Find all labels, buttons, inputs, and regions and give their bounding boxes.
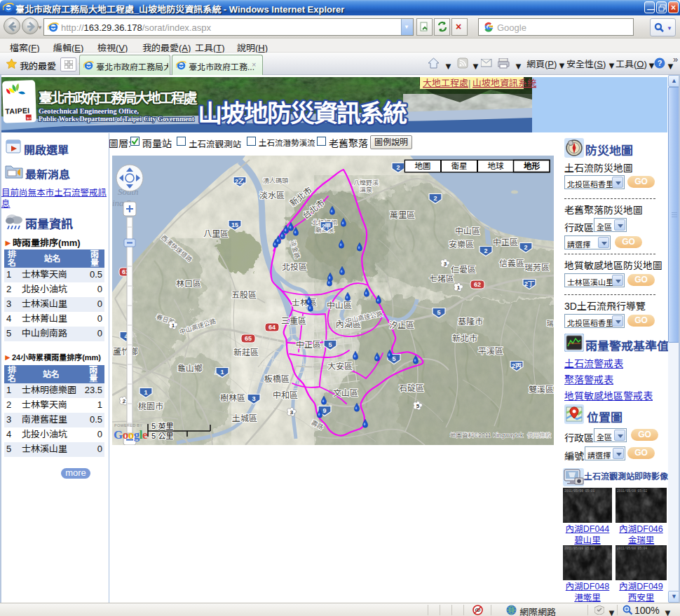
svg-text:新莊區: 新莊區: [233, 348, 259, 357]
svg-text:北投區: 北投區: [282, 262, 307, 272]
svg-text:2011/05/08 05:03: 2011/05/08 05:03: [564, 547, 595, 550]
svg-text:3: 3: [444, 261, 447, 267]
svg-text:龜山鄉: 龜山鄉: [177, 364, 203, 374]
svg-text:樹林區: 樹林區: [220, 393, 245, 403]
svg-text:9: 9: [322, 407, 326, 414]
svg-text:平溪區: 平溪區: [478, 346, 503, 356]
svg-text:溫泉: 溫泉: [360, 186, 372, 193]
svg-text:基隆市: 基隆市: [458, 317, 483, 327]
svg-text:瑞芳區: 瑞芳區: [524, 263, 550, 273]
svg-text:64: 64: [268, 324, 276, 331]
svg-text:62: 62: [474, 281, 481, 288]
svg-text:TAIPEI: TAIPEI: [5, 106, 29, 115]
svg-text:|: |: [468, 78, 470, 88]
svg-text:1: 1: [144, 389, 147, 396]
svg-text:2: 2: [396, 164, 400, 171]
svg-text:Public Works Department of Tai: Public Works Department of Taipei City G…: [39, 114, 194, 123]
svg-text:蘆竹鄉: 蘆竹鄉: [113, 347, 138, 357]
svg-text:5: 5: [392, 355, 395, 362]
svg-text:中山區: 中山區: [455, 226, 480, 236]
svg-text:地圖資料©2011 Kingwaytek: 地圖資料©2011 Kingwaytek: [450, 432, 524, 439]
svg-text:新北市: 新北市: [452, 334, 477, 343]
svg-text:臺北市政府工務局大地工程處: 臺北市政府工務局大地工程處: [39, 87, 198, 107]
svg-text:2: 2: [524, 244, 527, 251]
svg-text:2011/05/08 05:01: 2011/05/08 05:01: [564, 489, 595, 493]
svg-text:雙溪區: 雙溪區: [529, 385, 554, 395]
svg-text:萬里區: 萬里區: [390, 210, 415, 220]
svg-text:淡水區: 淡水區: [259, 191, 285, 200]
svg-text:桃園市: 桃園市: [138, 402, 163, 411]
svg-text:15: 15: [231, 221, 238, 228]
svg-text:大地工程處: 大地工程處: [423, 77, 468, 89]
svg-text:臺北: 臺北: [27, 116, 32, 120]
svg-text:5 英里: 5 英里: [151, 422, 173, 430]
svg-text:2011/05/08 05:02: 2011/05/08 05:02: [617, 489, 648, 493]
svg-text:2乙: 2乙: [235, 178, 245, 185]
svg-text:仁愛區: 仁愛區: [451, 265, 476, 275]
svg-text:3: 3: [290, 409, 294, 416]
svg-text:Google: Google: [114, 428, 148, 442]
svg-text:5 公里: 5 公里: [151, 432, 173, 440]
svg-text:2丁: 2丁: [524, 280, 534, 287]
svg-text:土城區: 土城區: [232, 413, 257, 423]
svg-text:林口區: 林口區: [176, 279, 201, 289]
svg-text:POWERED BY: POWERED BY: [114, 423, 142, 427]
svg-text:2: 2: [123, 398, 126, 404]
svg-text:七堵區: 七堵區: [429, 274, 454, 284]
svg-text:1: 1: [220, 369, 224, 376]
svg-text:2: 2: [433, 195, 437, 202]
svg-text:1: 1: [172, 322, 175, 329]
svg-text:文山區: 文山區: [333, 388, 358, 398]
svg-text:2甲: 2甲: [322, 223, 332, 230]
svg-text:山坡地防災資訊系統: 山坡地防災資訊系統: [198, 93, 407, 129]
svg-text:5: 5: [328, 341, 332, 348]
svg-text:5: 5: [416, 403, 420, 409]
svg-text:板橋區: 板橋區: [264, 374, 290, 384]
svg-text:1: 1: [457, 285, 461, 291]
svg-text:三重區: 三重區: [281, 316, 306, 326]
svg-text:中和區: 中和區: [273, 390, 298, 400]
svg-text:五股區: 五股區: [231, 290, 257, 300]
svg-text:2: 2: [484, 247, 487, 254]
svg-text:山坡地資訊系統: 山坡地資訊系統: [472, 77, 536, 89]
svg-text:衛星: 衛星: [451, 162, 468, 170]
svg-text:汐止區: 汐止區: [389, 320, 414, 330]
svg-text:瑞: 瑞: [547, 320, 554, 327]
svg-text:使用條款: 使用條款: [527, 432, 552, 439]
svg-text:地形: 地形: [524, 161, 540, 170]
svg-text:八煙野溪: 八煙野溪: [353, 179, 379, 186]
svg-text:中山區: 中山區: [327, 301, 352, 310]
svg-text:大安區: 大安區: [327, 362, 353, 371]
svg-text:?: ?: [658, 59, 662, 67]
svg-text:2丙: 2丙: [512, 362, 522, 369]
svg-text:石碇區: 石碇區: [399, 383, 424, 393]
svg-text:八里區: 八里區: [203, 229, 229, 239]
svg-text:地球: 地球: [488, 162, 504, 170]
svg-text:65: 65: [245, 335, 252, 342]
svg-text:中正區: 中正區: [296, 340, 321, 350]
svg-text:2011/05/08 05:04: 2011/05/08 05:04: [617, 547, 648, 550]
svg-text:地圖: 地圖: [415, 162, 431, 170]
svg-text:3: 3: [252, 395, 255, 402]
svg-text:信義區: 信義區: [499, 259, 524, 268]
svg-text:安樂區: 安樂區: [449, 240, 474, 249]
svg-text:士林區: 士林區: [292, 298, 317, 308]
svg-text:5: 5: [437, 309, 440, 316]
svg-text:中正區: 中正區: [493, 238, 518, 247]
svg-text:湧人碼頭: 湧人碼頭: [263, 177, 289, 184]
